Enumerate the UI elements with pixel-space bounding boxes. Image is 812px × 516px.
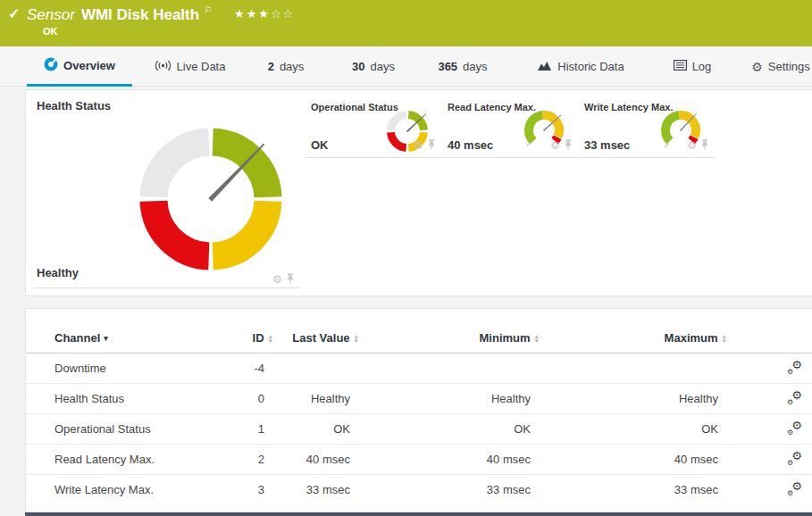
column-header-channel[interactable]: Channel ▾	[26, 331, 205, 354]
tab-settings-label: Settings	[768, 60, 810, 73]
tab-settings[interactable]: ⚙ Settings	[750, 46, 811, 87]
channel-settings-icon[interactable]: ⚙⚙	[787, 391, 802, 404]
sort-icon: ▲▼	[722, 334, 727, 343]
channel-id: 0	[205, 384, 273, 414]
health-status-gauge	[130, 117, 291, 285]
page-title: WMI Disk Health	[81, 6, 199, 23]
sensor-status-badge: OK	[43, 26, 58, 37]
column-header-actions	[727, 331, 812, 354]
tab-30-days[interactable]: 30 days	[344, 46, 403, 87]
channel-name: Health Status	[26, 384, 205, 414]
channel-maximum: OK	[540, 414, 727, 445]
priority-stars-rating[interactable]: ★★★☆☆	[234, 7, 295, 21]
channel-last-value	[273, 354, 359, 384]
pin-icon[interactable]	[564, 137, 573, 154]
gauge-settings-icon[interactable]: ⚙	[414, 140, 423, 151]
channels-table: Channel ▾ ID ▲▼ Last Value ▲▼ Minimum ▲▼…	[26, 331, 812, 505]
channel-name: Downtime	[26, 354, 205, 384]
channel-last-value: 40 msec	[273, 445, 359, 475]
tab-30-days-label: days	[371, 60, 395, 73]
area-chart-icon	[537, 60, 552, 74]
tab-365-days-label: days	[463, 60, 487, 73]
column-header-last-value[interactable]: Last Value ▲▼	[273, 331, 359, 354]
gauge-icon	[44, 57, 58, 74]
health-status-gauge-value: Healthy	[37, 266, 79, 279]
write-latency-gauge-controls: ⚙	[687, 137, 709, 154]
column-header-id[interactable]: ID ▲▼	[205, 331, 273, 354]
tab-live-data-label: Live Data	[177, 60, 226, 73]
channel-minimum: Healthy	[359, 384, 540, 414]
column-header-minimum[interactable]: Minimum ▲▼	[359, 331, 540, 354]
tab-30-days-number: 30	[352, 60, 364, 73]
pin-icon[interactable]	[427, 137, 436, 154]
channel-name: Write Latency Max.	[26, 475, 205, 505]
tab-historic-data-label: Historic Data	[557, 60, 624, 73]
table-row-health-status: Health Status 0 Healthy Healthy Healthy …	[26, 384, 812, 414]
read-latency-cell: Read Latency Max. 40 msec ⚙	[442, 90, 578, 158]
channel-maximum: 33 msec	[540, 475, 727, 505]
footer-bar	[25, 512, 812, 516]
tab-log[interactable]: Log	[668, 46, 716, 87]
tab-log-label: Log	[692, 60, 712, 73]
broadcast-icon	[155, 60, 172, 74]
tab-bar: Overview Live Data 2 days 30 days 365 da…	[0, 46, 812, 87]
gauges-panel: Health Status Healthy ⚙ Operational Stat…	[25, 89, 812, 296]
tab-overview[interactable]: Overview	[27, 46, 132, 87]
log-list-icon	[674, 60, 687, 73]
channel-maximum: 40 msec	[540, 445, 727, 475]
channel-last-value: 33 msec	[273, 475, 359, 505]
priority-flag-icon[interactable]: ⚐	[204, 4, 213, 15]
channel-id: 3	[205, 475, 273, 505]
health-status-gauge-title: Health Status	[37, 99, 111, 112]
read-latency-value: 40 msec	[448, 138, 493, 152]
sensor-title-line: SensorWMI Disk Health⚐	[27, 4, 213, 24]
health-cell-divider	[35, 287, 300, 288]
table-row-downtime: Downtime -4 ⚙⚙	[26, 354, 812, 384]
gauge-settings-icon[interactable]: ⚙	[687, 140, 697, 151]
write-latency-value: 33 msec	[584, 138, 630, 152]
channel-id: 2	[205, 445, 273, 475]
tab-historic-data[interactable]: Historic Data	[532, 46, 630, 87]
minimum-header-label: Minimum	[480, 331, 531, 345]
channel-settings-icon[interactable]: ⚙⚙	[787, 421, 802, 435]
gauge-settings-icon[interactable]: ⚙	[272, 274, 282, 285]
channel-maximum	[540, 354, 727, 384]
channel-minimum	[359, 354, 540, 384]
gear-icon: ⚙	[751, 60, 763, 74]
operational-gauge-controls: ⚙	[414, 137, 436, 154]
gauge-settings-icon[interactable]: ⚙	[550, 140, 560, 151]
channel-name: Read Latency Max.	[26, 445, 205, 475]
tab-2-days[interactable]: 2 days	[259, 46, 313, 87]
operational-status-cell: Operational Status OK ⚙	[306, 90, 441, 158]
channel-name: Operational Status	[26, 414, 205, 445]
channel-header-label: Channel	[54, 331, 100, 345]
tab-live-data[interactable]: Live Data	[147, 46, 232, 87]
channel-settings-icon[interactable]: ⚙⚙	[787, 482, 802, 495]
maximum-header-label: Maximum	[665, 331, 718, 345]
tab-2-days-number: 2	[268, 60, 274, 73]
sort-icon: ▲▼	[268, 334, 273, 343]
sensor-header: ✓ SensorWMI Disk Health⚐ ★★★☆☆ OK	[0, 0, 812, 46]
tab-overview-label: Overview	[63, 59, 115, 72]
channel-minimum: 40 msec	[359, 445, 540, 475]
table-row-read-latency: Read Latency Max. 2 40 msec 40 msec 40 m…	[26, 445, 812, 475]
channel-id: -4	[205, 354, 273, 384]
sort-icon: ▲▼	[354, 334, 359, 343]
pin-icon[interactable]	[286, 271, 295, 287]
tab-2-days-label: days	[280, 60, 304, 73]
tab-365-days-number: 365	[438, 60, 457, 73]
channel-settings-icon[interactable]: ⚙⚙	[787, 361, 802, 374]
channel-last-value: Healthy	[273, 384, 359, 414]
table-row-write-latency: Write Latency Max. 3 33 msec 33 msec 33 …	[26, 475, 812, 505]
channel-id: 1	[205, 414, 273, 445]
channel-settings-icon[interactable]: ⚙⚙	[787, 452, 802, 465]
column-header-maximum[interactable]: Maximum ▲▼	[540, 331, 727, 354]
pin-icon[interactable]	[700, 137, 709, 154]
write-latency-cell: Write Latency Max. 33 msec ⚙	[579, 90, 715, 158]
operational-status-value: OK	[311, 138, 329, 152]
tab-365-days[interactable]: 365 days	[429, 46, 497, 87]
channel-maximum: Healthy	[540, 384, 727, 414]
table-header-row: Channel ▾ ID ▲▼ Last Value ▲▼ Minimum ▲▼…	[26, 331, 812, 354]
health-gauge-controls: ⚙	[272, 271, 295, 287]
channels-panel: Channel ▾ ID ▲▼ Last Value ▲▼ Minimum ▲▼…	[25, 308, 812, 512]
